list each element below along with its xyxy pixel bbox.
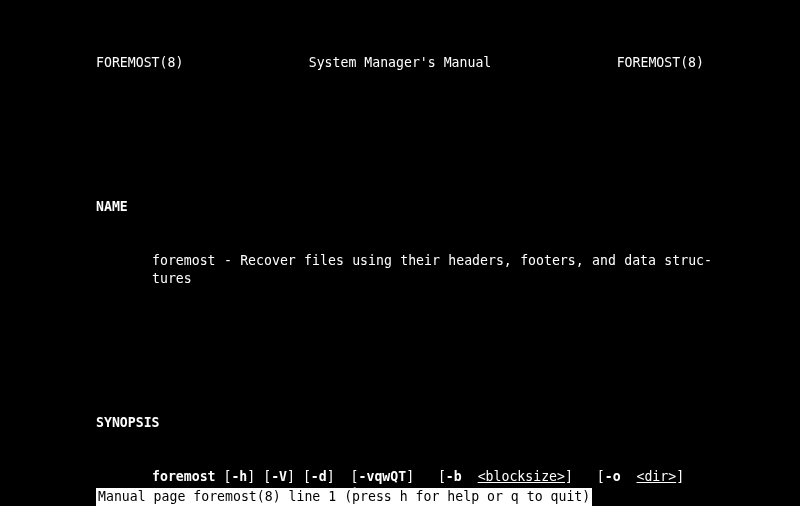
manpage-content: FOREMOST(8) System Manager's Manual FORE…	[0, 0, 800, 506]
header-left: FOREMOST(8)	[96, 54, 183, 72]
arg-blocksize: <blocksize>	[478, 469, 565, 484]
opt-d: -d	[311, 469, 327, 484]
arg-dir: <dir>	[636, 469, 676, 484]
synopsis-cmd: foremost	[152, 469, 216, 484]
header-right: FOREMOST(8)	[617, 54, 704, 72]
section-synopsis-heading: SYNOPSIS	[0, 414, 800, 432]
opt-vqwQT: -vqwQT	[359, 469, 407, 484]
pager-status-line[interactable]: Manual page foremost(8) line 1 (press h …	[96, 488, 592, 506]
opt-b: -b	[446, 469, 462, 484]
opt-h: -h	[231, 469, 247, 484]
opt-o: -o	[605, 469, 621, 484]
opt-V: -V	[271, 469, 287, 484]
manpage-header: FOREMOST(8) System Manager's Manual FORE…	[0, 54, 800, 72]
section-name-text: foremost - Recover files using their hea…	[0, 252, 800, 288]
header-center: System Manager's Manual	[183, 54, 616, 72]
section-name-heading: NAME	[0, 198, 800, 216]
terminal-manpage[interactable]: FOREMOST(8) System Manager's Manual FORE…	[0, 0, 800, 506]
